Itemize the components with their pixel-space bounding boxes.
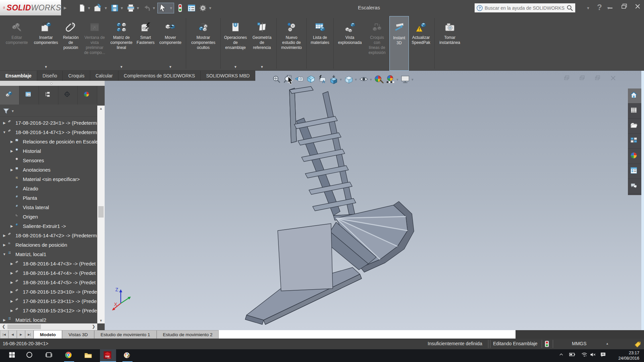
lista-de-materiales[interactable]: Lista de materiales [308,16,332,71]
expand-arrow[interactable]: ▶ [9,149,14,153]
select-tool[interactable]: ▼ [157,3,174,13]
insertar-componentes[interactable]: Insertar componentes▼ [32,16,60,71]
expand-arrow[interactable]: ▶ [9,281,14,284]
options-gear[interactable]: ▼ [198,3,213,13]
tree-item[interactable]: ▶AAnotaciones [0,165,97,174]
expand-arrow[interactable]: ▶ [2,121,7,125]
vscroll-thumb[interactable] [98,206,104,218]
expand-arrow[interactable]: ▶ [9,140,14,143]
insertar-componentes-flyout-caret[interactable]: ▼ [44,65,48,69]
scroll-right-arrow[interactable]: ❯ [92,324,95,329]
tree-horizontal-scrollbar[interactable]: ❮ ❯ [0,323,97,330]
search-dropdown-caret[interactable]: ▼ [586,6,590,10]
tree-item[interactable]: ▶17-08-2016-15-23<12> -> (Prede [0,306,97,315]
manager-tab-dimxpert-manager[interactable] [58,86,78,105]
matriz-componente-lineal-flyout-caret[interactable]: ▼ [120,65,123,69]
tree-item[interactable]: ▶18-08-2016-14-47<4> -> (Predet [0,268,97,278]
task-pane-solidworks-forum[interactable] [628,179,641,194]
expand-arrow[interactable]: ▶ [9,309,14,312]
mostrar-componentes-ocultos[interactable]: Mostrar componentes ocultos [187,16,219,71]
staircase-model[interactable] [105,71,644,330]
volume-muted[interactable] [589,349,599,362]
doc-tab-estudio-de-movimiento-2[interactable]: Estudio de movimiento 2 [157,330,219,339]
new-document[interactable]: ▼ [76,3,92,13]
operaciones-de-ensamblaje-flyout-caret[interactable]: ▼ [234,65,237,69]
instant-3d[interactable]: Instant 3D [389,16,409,71]
menu-expand-arrow[interactable]: ▶ [64,6,66,10]
nuevo-estudio-de-movimiento[interactable]: Nuevo estudio de movimiento [278,16,305,71]
save-document[interactable]: ▼ [109,3,125,13]
first-tab-button[interactable]: |◀ [0,330,8,339]
relacion-de-posicion[interactable]: Relación de posición [60,16,81,71]
tree-item[interactable]: ▼MatrizL local1 [0,249,97,259]
prev-tab-button[interactable]: ◀ [8,330,17,339]
battery[interactable] [568,349,578,362]
tree-item[interactable]: ▶Historial [0,146,97,156]
tree-item[interactable]: ▶18-08-2016-14-47<2> -> (Predeterm [0,231,97,240]
next-tab-button[interactable]: ▶ [17,330,25,339]
tab-diseño[interactable]: Diseño [37,71,63,81]
task-pane-custom-properties[interactable] [628,164,641,179]
filter-funnel-icon[interactable] [3,107,10,115]
restore-button[interactable] [621,3,627,9]
taskbar-clock[interactable]: 23:17 24/08/2016 [618,350,639,361]
filter-dropdown-caret[interactable]: ▼ [11,109,14,113]
manager-tab-display-manager[interactable] [78,86,97,105]
search-input[interactable] [485,5,565,11]
tree-item[interactable]: ▶18-08-2016-14-47<5> -> (Predet [0,278,97,287]
solidworks-2016[interactable]: SW2016 [100,349,116,362]
doc-tab-modelo[interactable]: Modelo [34,330,62,339]
tray-chevron[interactable] [557,349,568,362]
expand-arrow[interactable]: ▼ [2,130,7,134]
expand-arrow[interactable]: ▶ [9,224,14,228]
units-dropdown-caret[interactable]: ▲ [606,342,609,345]
help-search-box[interactable]: ? [475,3,575,12]
tab-ensamblaje[interactable]: Ensamblaje [0,71,37,81]
expand-arrow[interactable]: ▶ [2,234,7,237]
last-tab-button[interactable]: ▶| [25,330,34,339]
scroll-left-arrow[interactable]: ❮ [2,324,5,329]
minimize-button[interactable] [608,3,614,9]
task-pane-file-explorer[interactable] [628,119,641,134]
hscroll-thumb[interactable] [7,324,41,329]
doc-restore-button[interactable] [595,75,600,82]
scroll-down-arrow[interactable]: ▼ [97,319,105,322]
manager-tab-features-manager[interactable] [0,86,19,105]
tree-item[interactable]: Planta [0,193,97,202]
mover-componente-flyout-caret[interactable]: ▼ [169,65,172,69]
file-explorer[interactable] [80,349,97,362]
view-settings[interactable]: ▼ [400,74,414,84]
manager-tab-property-manager[interactable] [19,86,39,105]
smart-fasteners[interactable]: Smart Fasteners [135,16,156,71]
tree-vertical-scrollbar[interactable]: ▲ ▼ [97,106,105,323]
geometria-de-referencia[interactable]: Geometría de referencia▼ [249,16,275,71]
expand-arrow[interactable]: ▼ [2,252,7,256]
print-document[interactable]: ▼ [125,3,141,13]
status-units[interactable]: MMGS [572,341,587,346]
open-document[interactable]: ▼ [93,3,109,13]
tree-item[interactable]: Material <sin especificar> [0,174,97,184]
tree-item[interactable]: ▶18-08-2016-14-47<3> -> (Predet [0,259,97,268]
panel-splitter[interactable] [0,81,105,86]
tree-item[interactable]: Sensores [0,156,97,165]
actualizar-speedpak[interactable]: !Actualizar SpeedPak [409,16,433,71]
tab-solidworks-mbd[interactable]: SOLIDWORKS MBD [201,71,255,81]
display-style[interactable]: ▼ [344,74,358,84]
geometria-de-referencia-flyout-caret[interactable]: ▼ [260,65,264,69]
doc-restore-button[interactable] [564,75,570,82]
start-button[interactable] [5,349,21,362]
tree-item[interactable]: Alzado [0,184,97,193]
help-button[interactable]: ? [597,3,602,12]
task-pane-design-library[interactable] [628,104,641,119]
options-form[interactable] [186,3,197,13]
tree-item[interactable]: ▶17-08-2016-15-23<11> -> (Prede [0,296,97,306]
mover-componente[interactable]: Mover componente▼ [156,16,184,71]
expand-arrow[interactable]: ▶ [2,318,7,322]
paint[interactable] [119,349,136,362]
view-annotations[interactable]: A [317,74,327,84]
tree-item[interactable]: ▶17-08-2016-15-23<10> -> (Prede [0,287,97,296]
previous-view[interactable] [294,74,305,84]
chrome[interactable] [61,349,77,362]
tree-item[interactable]: ▶Saliente-Extruir1 -> [0,221,97,231]
tree-item[interactable]: Origen [0,212,97,221]
